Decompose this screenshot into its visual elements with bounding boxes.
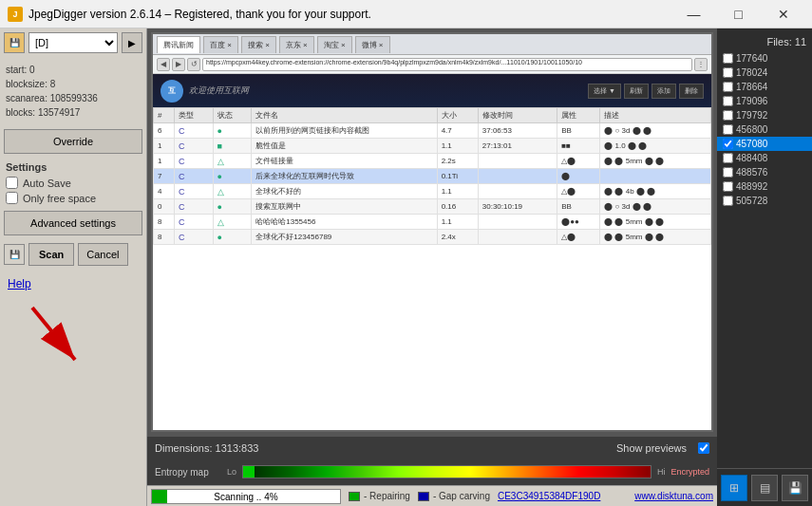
scan-progress-bar: Scanning .. 4% <box>151 489 341 504</box>
toolbar-chip-3[interactable]: 添加 <box>651 84 676 99</box>
file-item-label: 179792 <box>736 110 767 121</box>
file-list-item[interactable]: 178664 <box>717 80 812 94</box>
file-list-item[interactable]: 178024 <box>717 66 812 80</box>
entropy-bar <box>242 465 651 478</box>
table-row[interactable]: 8 C △ 哈哈哈哈1355456 1.1 ⬤●● ⬤ ⬤ 5mm ⬤ ⬤ <box>154 215 711 230</box>
table-row[interactable]: 6 C ● 以前所用到的网页链接和内容截图 4.7 37:06:53 BB ⬤ … <box>154 123 711 139</box>
show-previews-checkbox[interactable] <box>698 442 709 454</box>
auto-save-row: Auto Save <box>4 177 142 189</box>
table-row[interactable]: 7 C ● 后来全球化的互联网时代导致 0.1Ti ⬤ <box>154 169 711 184</box>
disk-small-icon: 💾 <box>4 244 25 265</box>
scan-button[interactable]: Scan <box>28 243 74 266</box>
nav-forward-btn[interactable]: ▶ <box>172 58 185 71</box>
file-list-item[interactable]: 488408 <box>717 151 812 165</box>
file-list-item[interactable]: 456800 <box>717 122 812 137</box>
file-list-item[interactable]: 179792 <box>717 108 812 122</box>
nav-refresh-btn[interactable]: ↺ <box>187 58 200 71</box>
file-item-checkbox[interactable] <box>723 181 733 192</box>
file-item-checkbox[interactable] <box>723 53 733 64</box>
maximize-button[interactable]: □ <box>717 0 760 28</box>
cancel-button[interactable]: Cancel <box>78 243 127 266</box>
settings-label: Settings <box>4 161 142 173</box>
table-row[interactable]: 1 C ■ 脆性值是 1.1 27:13:01 ■■ ⬤ 1.0 ⬤ ⬤ <box>154 139 711 154</box>
auto-save-checkbox[interactable] <box>6 177 18 189</box>
main-layout: 💾 [D] ▶ start: 0 blocksize: 8 scanarea: … <box>0 28 812 506</box>
toolbar-chip-2[interactable]: 刷新 <box>624 84 649 99</box>
nav-go-btn[interactable]: ⋮ <box>694 58 708 71</box>
file-item-checkbox[interactable] <box>723 139 733 149</box>
toolbar-chip-4[interactable]: 删除 <box>679 84 704 99</box>
only-free-space-checkbox[interactable] <box>6 192 18 204</box>
list-icon: ▤ <box>760 481 770 495</box>
svg-line-1 <box>32 308 75 360</box>
help-link[interactable]: Help <box>4 277 142 290</box>
cell-attr: △⬤ <box>557 154 600 169</box>
drive-arrow-button[interactable]: ▶ <box>122 32 142 53</box>
browser-content: 互 欢迎使用互联网 选择 ▼ 刷新 添加 删除 # <box>153 74 711 430</box>
address-bar[interactable]: https://mpcpxm44key.chrome-extension://c… <box>202 58 692 71</box>
file-list-item[interactable]: 177640 <box>717 51 812 66</box>
cell-size: 1.1 <box>437 215 478 230</box>
browser-tab-3[interactable]: 京东 × <box>279 36 314 53</box>
cell-num: 7 <box>154 169 175 184</box>
file-item-checkbox[interactable] <box>723 110 733 121</box>
cell-num: 6 <box>154 123 175 139</box>
file-item-checkbox[interactable] <box>723 96 733 106</box>
nav-back-btn[interactable]: ◀ <box>157 58 170 71</box>
table-row[interactable]: 0 C ● 搜索互联网中 0.16 30:30:10:19 BB ⬤ ○ 3d … <box>154 199 711 215</box>
browser-tab-5[interactable]: 微博 × <box>355 36 390 53</box>
cell-size: 2.4x <box>437 230 478 245</box>
title-bar: J JpegDigger version 2.6.14 – Registered… <box>0 0 812 28</box>
cell-status: △ <box>213 154 252 169</box>
site-logo: 互 <box>161 80 183 103</box>
left-panel: 💾 [D] ▶ start: 0 blocksize: 8 scanarea: … <box>0 28 147 506</box>
toolbar-chip-1[interactable]: 选择 ▼ <box>588 84 621 99</box>
table-row[interactable]: 1 C △ 文件链接量 2.2s △⬤ ⬤ ⬤ 5mm ⬤ ⬤ <box>154 154 711 169</box>
browser-tab-2[interactable]: 搜索 × <box>241 36 276 53</box>
cell-num: 1 <box>154 139 175 154</box>
cell-desc: ⬤ ⬤ 5mm ⬤ ⬤ <box>600 215 711 230</box>
website-link[interactable]: www.disktuna.com <box>634 491 713 501</box>
save-view-button[interactable]: 💾 <box>782 475 808 501</box>
status-legend-gap: - Gap carving <box>418 491 490 501</box>
browser-tab-1[interactable]: 百度 × <box>203 36 238 53</box>
dimensions-info: Dimensions: 1313:833 <box>155 442 258 454</box>
hex-value[interactable]: CE3C34915384DF190D <box>498 491 600 501</box>
file-list-item[interactable]: 488992 <box>717 179 812 194</box>
table-row[interactable]: 4 C △ 全球化不好的 1.1 △⬤ ⬤ ⬤ 4b ⬤ ⬤ <box>154 184 711 199</box>
browser-tab-0[interactable]: 腾讯新闻 <box>157 36 200 53</box>
cell-size: 1.1 <box>437 184 478 199</box>
view-grid-button[interactable]: ⊞ <box>721 475 747 501</box>
minimize-button[interactable]: — <box>672 0 715 28</box>
browser-tab-4[interactable]: 淘宝 × <box>317 36 352 53</box>
cell-time: 27:13:01 <box>478 139 557 154</box>
file-list-item[interactable]: 457080 <box>717 137 812 151</box>
override-button[interactable]: Override <box>4 129 142 154</box>
drive-dropdown[interactable]: [D] <box>28 32 118 53</box>
advanced-settings-button[interactable]: Advanced settings <box>4 211 142 235</box>
file-item-checkbox[interactable] <box>723 167 733 178</box>
file-item-label: 488576 <box>736 167 767 178</box>
file-list-item[interactable]: 505728 <box>717 194 812 208</box>
file-item-checkbox[interactable] <box>723 82 733 92</box>
site-toolbar: 选择 ▼ 刷新 添加 删除 <box>588 84 704 99</box>
cell-status: ● <box>213 123 252 139</box>
file-item-label: 178664 <box>736 82 767 92</box>
scan-progress-text: Scanning .. 4% <box>214 490 277 505</box>
info-blocksize: blocksize: 8 <box>6 77 141 91</box>
close-button[interactable]: ✕ <box>762 0 804 28</box>
file-item-checkbox[interactable] <box>723 196 733 206</box>
file-item-checkbox[interactable] <box>723 67 733 78</box>
file-list-item[interactable]: 179096 <box>717 94 812 108</box>
col-header-attr: 属性 <box>557 108 600 123</box>
entropy-fill <box>243 466 255 478</box>
cell-attr: ⬤ <box>557 169 600 184</box>
file-list-item[interactable]: 488576 <box>717 165 812 179</box>
cell-status: △ <box>213 215 252 230</box>
table-row[interactable]: 8 C ● 全球化不好123456789 2.4x △⬤ ⬤ ⬤ 5mm ⬤ ⬤ <box>154 230 711 245</box>
view-list-button[interactable]: ▤ <box>751 475 778 501</box>
file-item-checkbox[interactable] <box>723 124 733 135</box>
file-item-checkbox[interactable] <box>723 153 733 163</box>
browser-screenshot: 腾讯新闻 百度 × 搜索 × 京东 × 淘宝 × 微博 × ◀ ▶ ↺ http… <box>153 34 711 430</box>
cell-num: 4 <box>154 184 175 199</box>
